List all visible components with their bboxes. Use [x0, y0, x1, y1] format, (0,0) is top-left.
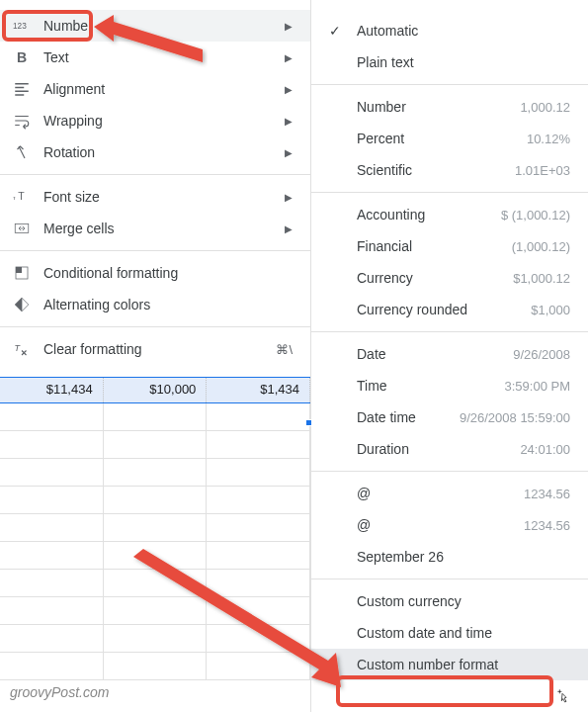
- cell[interactable]: $1,434: [207, 378, 310, 402]
- check-icon: ✓: [329, 23, 349, 39]
- percent-option[interactable]: Percent 10.12%: [311, 123, 588, 154]
- cursor-icon: [554, 688, 570, 707]
- svg-text:T: T: [18, 190, 25, 202]
- accounting-option[interactable]: Accounting $ (1,000.12): [311, 199, 588, 230]
- svg-text:т: т: [13, 195, 16, 201]
- divider: [311, 471, 588, 472]
- bold-icon: B: [12, 47, 32, 67]
- custom-number-format-option[interactable]: Custom number format: [311, 649, 588, 680]
- rotation-menu-item[interactable]: Rotation ▶: [0, 136, 310, 168]
- divider: [311, 578, 588, 579]
- rotation-label: Rotation: [43, 144, 95, 160]
- scientific-option[interactable]: Scientific 1.01E+03: [311, 154, 588, 186]
- format-example: 1.01E+03: [515, 163, 570, 178]
- at-option-1[interactable]: @ 1234.56: [311, 478, 588, 509]
- watermark: groovyPost.com: [10, 684, 109, 700]
- conditional-formatting-icon: [12, 263, 32, 283]
- format-example: 1,000.12: [520, 100, 570, 115]
- format-example: $1,000: [531, 303, 570, 317]
- format-example: 1234.56: [524, 487, 570, 501]
- automatic-label: Automatic: [357, 23, 418, 39]
- spreadsheet-selected-row[interactable]: $11,434 $10,000 $1,434: [0, 377, 310, 403]
- divider: [0, 174, 310, 175]
- selection-handle[interactable]: [305, 419, 312, 426]
- custom-currency-option[interactable]: Custom currency: [311, 585, 588, 617]
- plain-text-option[interactable]: Plain text: [311, 46, 588, 78]
- format-example: $ (1,000.12): [501, 208, 570, 222]
- format-example: $1,000.12: [513, 271, 570, 286]
- custom-date-time-option[interactable]: Custom date and time: [311, 617, 588, 649]
- text-label: Text: [43, 49, 69, 65]
- automatic-option[interactable]: ✓ Automatic: [311, 15, 588, 46]
- alternating-colors-label: Alternating colors: [43, 297, 150, 312]
- conditional-formatting-menu-item[interactable]: Conditional formatting: [0, 257, 310, 289]
- cell[interactable]: $10,000: [104, 378, 208, 402]
- format-example: 9/26/2008 15:59:00: [460, 410, 570, 425]
- format-example: 10.12%: [527, 132, 570, 146]
- format-example: 24:01:00: [520, 442, 570, 457]
- clear-formatting-menu-item[interactable]: T Clear formatting ⌘\: [0, 333, 310, 365]
- chevron-right-icon: ▶: [285, 147, 293, 158]
- clear-formatting-icon: T: [12, 339, 32, 359]
- time-option[interactable]: Time 3:59:00 PM: [311, 370, 588, 401]
- divider: [0, 250, 310, 251]
- chevron-right-icon: ▶: [285, 84, 293, 95]
- alignment-label: Alignment: [43, 81, 105, 97]
- format-menu: 123 Number ▶ B Text ▶ Alignment ▶ Wrappi…: [0, 0, 311, 712]
- plain-text-label: Plain text: [357, 54, 414, 70]
- merge-cells-label: Merge cells: [43, 221, 115, 236]
- svg-text:123: 123: [13, 22, 27, 31]
- svg-rect-5: [16, 267, 22, 273]
- font-size-icon: тT: [12, 187, 32, 207]
- format-example: 3:59:00 PM: [505, 379, 571, 394]
- at-option-2[interactable]: @ 1234.56: [311, 509, 588, 541]
- font-size-menu-item[interactable]: тT Font size ▶: [0, 181, 310, 213]
- cell[interactable]: $11,434: [0, 378, 104, 402]
- divider: [311, 331, 588, 332]
- conditional-formatting-label: Conditional formatting: [43, 265, 178, 281]
- date-option[interactable]: Date 9/26/2008: [311, 338, 588, 370]
- spreadsheet-grid[interactable]: [0, 403, 310, 680]
- alternating-colors-icon: [12, 295, 32, 314]
- font-size-label: Font size: [43, 189, 100, 205]
- alternating-colors-menu-item[interactable]: Alternating colors: [0, 289, 310, 320]
- format-example: 1234.56: [524, 518, 570, 533]
- number-format-option[interactable]: Number 1,000.12: [311, 91, 588, 123]
- wrapping-icon: [12, 111, 32, 131]
- date-time-option[interactable]: Date time 9/26/2008 15:59:00: [311, 401, 588, 433]
- september-option[interactable]: September 26: [311, 541, 588, 573]
- text-menu-item[interactable]: B Text ▶: [0, 42, 310, 73]
- format-example: 9/26/2008: [513, 347, 570, 362]
- divider: [311, 84, 588, 85]
- merge-cells-menu-item[interactable]: Merge cells ▶: [0, 213, 310, 244]
- currency-option[interactable]: Currency $1,000.12: [311, 262, 588, 294]
- duration-option[interactable]: Duration 24:01:00: [311, 433, 588, 465]
- divider: [311, 192, 588, 193]
- merge-cells-icon: [12, 219, 32, 238]
- chevron-right-icon: ▶: [285, 52, 293, 63]
- svg-text:T: T: [15, 343, 22, 353]
- alignment-menu-item[interactable]: Alignment ▶: [0, 73, 310, 105]
- financial-option[interactable]: Financial (1,000.12): [311, 230, 588, 262]
- shortcut-label: ⌘\: [276, 342, 293, 357]
- format-example: (1,000.12): [512, 239, 570, 254]
- chevron-right-icon: ▶: [285, 223, 293, 234]
- number-menu-item[interactable]: 123 Number ▶: [0, 10, 310, 42]
- number-icon: 123: [12, 16, 32, 36]
- currency-rounded-option[interactable]: Currency rounded $1,000: [311, 294, 588, 325]
- chevron-right-icon: ▶: [285, 21, 293, 32]
- wrapping-label: Wrapping: [43, 113, 103, 129]
- divider: [0, 326, 310, 327]
- number-format-submenu: ✓ Automatic Plain text Number 1,000.12 P…: [311, 0, 588, 712]
- rotation-icon: [12, 142, 32, 162]
- number-label: Number: [43, 18, 93, 34]
- chevron-right-icon: ▶: [285, 192, 293, 203]
- clear-formatting-label: Clear formatting: [43, 341, 142, 357]
- alignment-icon: [12, 79, 32, 99]
- chevron-right-icon: ▶: [285, 116, 293, 127]
- wrapping-menu-item[interactable]: Wrapping ▶: [0, 105, 310, 136]
